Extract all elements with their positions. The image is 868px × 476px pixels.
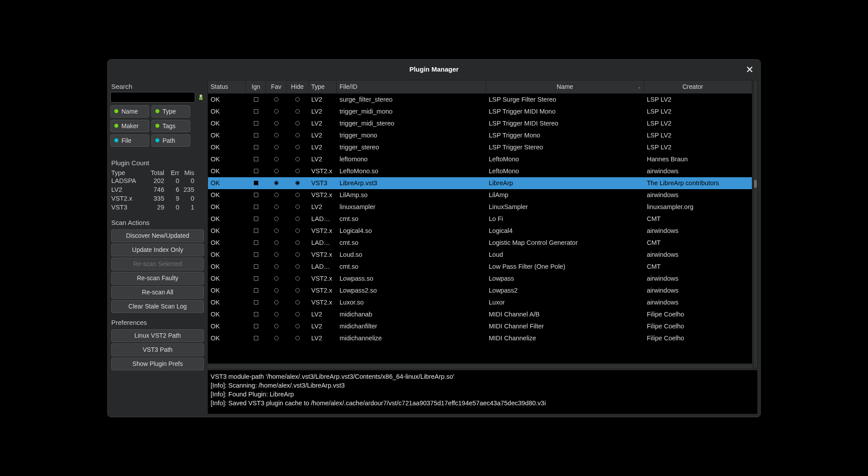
cell-fav[interactable]: [266, 145, 287, 149]
cell-ign[interactable]: [246, 217, 266, 221]
table-row[interactable]: OKLV2trigger_stereoLSP Trigger StereoLSP…: [208, 141, 752, 153]
cell-ign[interactable]: [246, 312, 266, 316]
cell-hide[interactable]: [287, 264, 309, 269]
column-status[interactable]: Status: [208, 80, 246, 93]
prefs-button[interactable]: Linux VST2 Path: [111, 329, 204, 342]
table-row[interactable]: OKVST2.xLowpass.soLowpassairwindows: [208, 273, 752, 285]
cell-fav[interactable]: [266, 240, 287, 245]
cell-hide[interactable]: [287, 193, 309, 197]
cell-hide[interactable]: [287, 205, 309, 209]
toggle-file[interactable]: File: [110, 134, 149, 147]
cell-hide[interactable]: [287, 288, 309, 293]
cell-ign[interactable]: [246, 193, 266, 197]
scan-button[interactable]: Update Index Only: [111, 244, 204, 256]
table-row[interactable]: OKLADSPAcmt.soLo FiCMT: [208, 213, 752, 225]
cell-hide[interactable]: [287, 324, 309, 328]
cell-fav[interactable]: [266, 228, 287, 233]
toggle-tags[interactable]: Tags: [151, 120, 190, 132]
cell-hide[interactable]: [287, 217, 309, 221]
cell-fav[interactable]: [266, 157, 287, 161]
cell-hide[interactable]: [287, 181, 309, 185]
close-button[interactable]: [745, 65, 754, 74]
cell-hide[interactable]: [287, 300, 309, 305]
table-row[interactable]: OKVST2.xLogical4.soLogical4airwindows: [208, 225, 752, 237]
cell-hide[interactable]: [287, 97, 309, 102]
toggle-name[interactable]: Name: [110, 105, 149, 118]
cell-fav[interactable]: [266, 193, 287, 197]
cell-ign[interactable]: [246, 133, 266, 137]
cell-ign[interactable]: [246, 205, 266, 209]
cell-ign[interactable]: [246, 264, 266, 269]
cell-fav[interactable]: [266, 121, 287, 126]
cell-ign[interactable]: [246, 300, 266, 305]
scan-button[interactable]: Discover New/Updated: [111, 229, 204, 242]
cell-fav[interactable]: [266, 324, 287, 328]
cell-fav[interactable]: [266, 288, 287, 293]
cell-fav[interactable]: [266, 169, 287, 173]
column-creator[interactable]: Creator: [644, 80, 741, 93]
scan-button[interactable]: Re-scan All: [111, 286, 204, 299]
cell-ign[interactable]: [246, 276, 266, 281]
cell-hide[interactable]: [287, 240, 309, 245]
column-hide[interactable]: Hide: [287, 80, 309, 93]
cell-ign[interactable]: [246, 252, 266, 257]
toggle-maker[interactable]: Maker: [110, 120, 149, 132]
prefs-button[interactable]: VST3 Path: [111, 343, 204, 356]
table-row[interactable]: OKVST2.xLilAmp.soLilAmpairwindows: [208, 189, 752, 201]
vertical-scrollbar-thumb[interactable]: [754, 180, 757, 188]
log-output[interactable]: VST3 module-path '/home/alex/.vst3/Libre…: [208, 370, 758, 414]
cell-fav[interactable]: [266, 336, 287, 340]
cell-ign[interactable]: [246, 288, 266, 293]
prefs-button[interactable]: Show Plugin Prefs: [111, 358, 204, 370]
search-filter-icon[interactable]: [197, 93, 205, 102]
cell-ign[interactable]: [246, 121, 266, 126]
column-type[interactable]: Type: [309, 80, 337, 93]
cell-ign[interactable]: [246, 145, 266, 149]
cell-fav[interactable]: [266, 109, 287, 114]
cell-fav[interactable]: [266, 181, 287, 185]
horizontal-scrollbar[interactable]: [208, 364, 752, 368]
cell-hide[interactable]: [287, 169, 309, 173]
table-row[interactable]: OKLADSPAcmt.soLogistic Map Control Gener…: [208, 237, 752, 249]
table-row[interactable]: OKLV2leftomonoLeftoMonoHannes Braun: [208, 153, 752, 165]
cell-hide[interactable]: [287, 157, 309, 161]
search-input[interactable]: [110, 92, 195, 103]
cell-hide[interactable]: [287, 145, 309, 149]
cell-ign[interactable]: [246, 336, 266, 340]
cell-hide[interactable]: [287, 252, 309, 257]
toggle-path[interactable]: Path: [151, 134, 190, 147]
table-row[interactable]: OKVST2.xLoud.soLoudairwindows: [208, 249, 752, 261]
table-row[interactable]: OKLV2trigger_midi_monoLSP Trigger MIDI M…: [208, 106, 752, 118]
scan-button[interactable]: Re-scan Faulty: [111, 272, 204, 285]
cell-hide[interactable]: [287, 228, 309, 233]
cell-fav[interactable]: [266, 264, 287, 269]
cell-fav[interactable]: [266, 205, 287, 209]
cell-hide[interactable]: [287, 336, 309, 340]
cell-ign[interactable]: [246, 181, 266, 185]
cell-ign[interactable]: [246, 157, 266, 161]
vertical-scrollbar[interactable]: [753, 80, 758, 368]
table-row[interactable]: OKVST3LibreArp.vst3LibreArpThe LibreArp …: [208, 177, 752, 189]
cell-ign[interactable]: [246, 228, 266, 233]
cell-hide[interactable]: [287, 276, 309, 281]
table-body[interactable]: OKLV2surge_filter_stereoLSP Surge Filter…: [208, 94, 752, 363]
cell-hide[interactable]: [287, 109, 309, 114]
table-row[interactable]: OKVST2.xLuxor.soLuxorairwindows: [208, 297, 752, 308]
column-name[interactable]: Name⌄: [486, 80, 644, 93]
cell-fav[interactable]: [266, 217, 287, 221]
table-row[interactable]: OKLADSPAcmt.soLow Pass Filter (One Pole)…: [208, 261, 752, 273]
cell-fav[interactable]: [266, 97, 287, 102]
cell-fav[interactable]: [266, 276, 287, 281]
table-row[interactable]: OKVST2.xLowpass2.soLowpass2airwindows: [208, 285, 752, 297]
table-row[interactable]: OKLV2linuxsamplerLinuxSamplerlinuxsample…: [208, 201, 752, 213]
cell-ign[interactable]: [246, 97, 266, 102]
cell-ign[interactable]: [246, 169, 266, 173]
cell-fav[interactable]: [266, 312, 287, 316]
table-row[interactable]: OKLV2midichanfilterMIDI Channel FilterFi…: [208, 320, 752, 332]
scan-button[interactable]: Clear Stale Scan Log: [111, 300, 204, 313]
toggle-type[interactable]: Type: [151, 105, 190, 118]
cell-hide[interactable]: [287, 312, 309, 316]
column-fav[interactable]: Fav: [266, 80, 287, 93]
table-row[interactable]: OKLV2trigger_midi_stereoLSP Trigger MIDI…: [208, 118, 752, 129]
table-row[interactable]: OKVST2.xLeftoMono.soLeftoMonoairwindows: [208, 165, 752, 177]
